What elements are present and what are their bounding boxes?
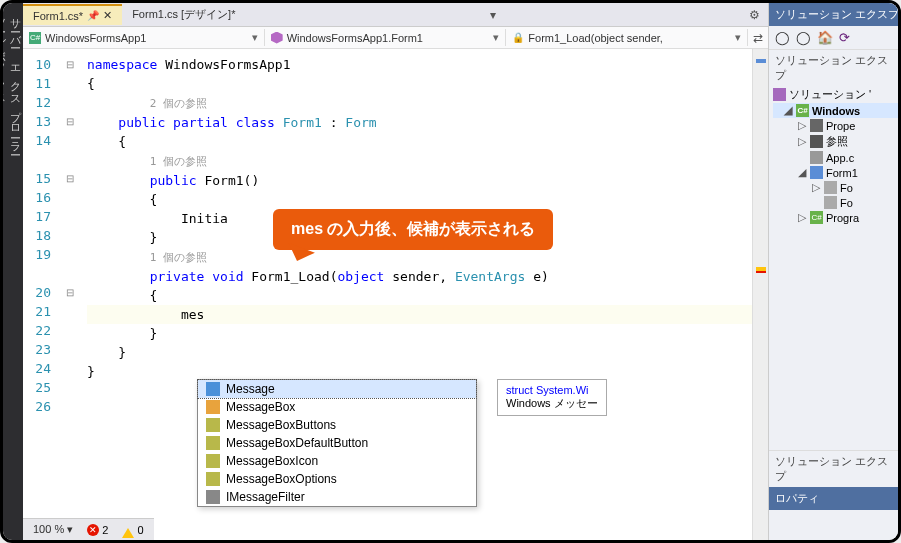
completion-kind-icon — [206, 490, 220, 504]
tree-references[interactable]: ▷参照 — [773, 133, 898, 150]
back-icon[interactable]: ◯ — [775, 30, 790, 45]
tree-form1-child1[interactable]: ▷Fo — [773, 180, 898, 195]
error-count[interactable]: ✕2 — [87, 524, 108, 536]
annotation-callout: mes の入力後、候補が表示される — [273, 209, 553, 250]
solution-explorer-footer-tab[interactable]: ソリューション エクスプ — [769, 450, 898, 487]
fold-margin[interactable]: ⊟⊟⊟⊟ — [57, 49, 83, 540]
nav-project-selector[interactable]: C# WindowsFormsApp1▾ — [23, 29, 265, 46]
completion-item[interactable]: MessageBoxButtons — [198, 416, 476, 434]
tree-form1[interactable]: ◢Form1 — [773, 165, 898, 180]
solution-search-label: ソリューション エクスプ — [769, 49, 898, 86]
properties-panel-title[interactable]: ロパティ — [769, 487, 898, 510]
tab-overflow-dropdown[interactable]: ▾ — [482, 8, 504, 22]
completion-kind-icon — [206, 418, 220, 432]
nav-member-selector[interactable]: 🔒 Form1_Load(object sender,▾ — [506, 29, 748, 46]
completion-item[interactable]: MessageBoxIcon — [198, 452, 476, 470]
intellisense-tooltip: struct System.Wi Windows メッセー — [497, 379, 607, 416]
completion-item[interactable]: MessageBox — [198, 398, 476, 416]
completion-kind-icon — [206, 472, 220, 486]
solution-toolbar[interactable]: ◯ ◯ 🏠 ⟳ — [769, 26, 898, 49]
fwd-icon[interactable]: ◯ — [796, 30, 811, 45]
gear-icon[interactable]: ⚙ — [741, 8, 768, 22]
line-number-gutter: 1011121314151617181920212223242526 — [23, 49, 57, 540]
split-view-icon[interactable]: ⇄ — [748, 31, 768, 45]
completion-item[interactable]: IMessageFilter — [198, 488, 476, 506]
completion-kind-icon — [206, 400, 220, 414]
vertical-tool-tabs[interactable]: サーバー エクスプローラー ツールボックス データ ソース — [3, 3, 23, 540]
tree-solution[interactable]: ソリューション ' — [773, 86, 898, 103]
completion-kind-icon — [206, 436, 220, 450]
close-icon[interactable]: ✕ — [103, 9, 112, 22]
warning-count[interactable]: 0 — [122, 522, 143, 538]
tree-program[interactable]: ▷C#Progra — [773, 210, 898, 225]
intellisense-popup[interactable]: MessageMessageBoxMessageBoxButtonsMessag… — [197, 379, 477, 507]
tree-appconfig[interactable]: App.c — [773, 150, 898, 165]
document-tab-bar: Form1.cs*📌✕ Form1.cs [デザイン]* ▾ ⚙ — [23, 3, 768, 27]
nav-class-selector[interactable]: WindowsFormsApp1.Form1▾ — [265, 29, 507, 46]
tree-project[interactable]: ◢C#Windows — [773, 103, 898, 118]
pin-icon[interactable]: 📌 — [87, 10, 99, 21]
tab-form1-design[interactable]: Form1.cs [デザイン]* — [122, 4, 245, 25]
home-icon[interactable]: 🏠 — [817, 30, 833, 45]
lock-icon: 🔒 — [512, 32, 524, 43]
refresh-icon[interactable]: ⟳ — [839, 30, 850, 45]
tree-form1-child2[interactable]: Fo — [773, 195, 898, 210]
solution-explorer-title: ソリューション エクスプ — [769, 3, 898, 26]
vertical-scrollbar[interactable] — [752, 49, 768, 540]
completion-item[interactable]: MessageBoxDefaultButton — [198, 434, 476, 452]
tree-properties[interactable]: ▷Prope — [773, 118, 898, 133]
completion-item[interactable]: MessageBoxOptions — [198, 470, 476, 488]
class-icon — [271, 32, 283, 44]
status-bar: 100 % ▾ ✕2 0 — [23, 518, 154, 540]
completion-item[interactable]: Message — [198, 380, 476, 398]
tab-form1-cs[interactable]: Form1.cs*📌✕ — [23, 4, 122, 25]
completion-kind-icon — [206, 454, 220, 468]
solution-tree[interactable]: ソリューション ' ◢C#Windows ▷Prope ▷参照 App.c ◢F… — [769, 86, 898, 225]
zoom-level[interactable]: 100 % ▾ — [33, 523, 73, 536]
code-nav-bar: C# WindowsFormsApp1▾ WindowsFormsApp1.Fo… — [23, 27, 768, 49]
vtab-toolbox[interactable]: ツールボックス — [0, 11, 8, 530]
vtab-server-explorer[interactable]: サーバー エクスプローラー — [8, 11, 23, 530]
code-editor[interactable]: 1011121314151617181920212223242526 ⊟⊟⊟⊟ … — [23, 49, 768, 540]
completion-kind-icon — [206, 382, 220, 396]
solution-explorer-panel: ソリューション エクスプ ◯ ◯ 🏠 ⟳ ソリューション エクスプ ソリューショ… — [768, 3, 898, 540]
csharp-icon: C# — [29, 32, 41, 44]
